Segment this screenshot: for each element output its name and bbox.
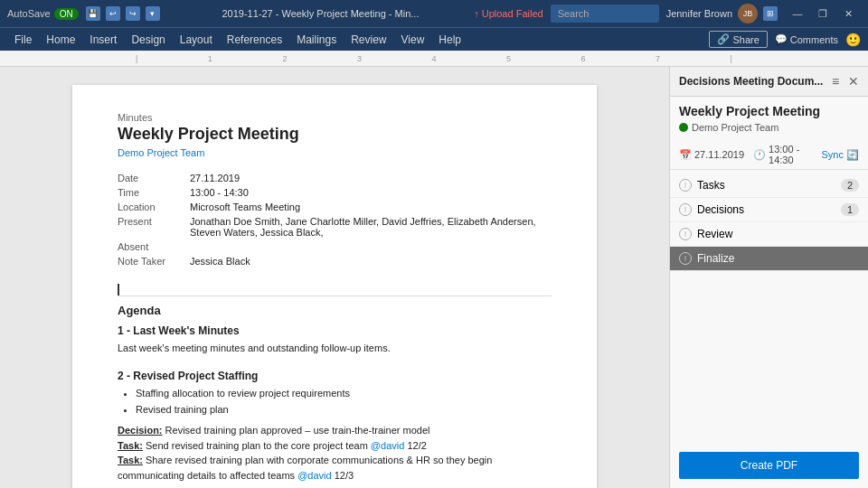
menu-insert[interactable]: Insert bbox=[82, 32, 124, 48]
apps-icon[interactable]: ⊞ bbox=[763, 6, 778, 21]
user-area: Jennifer Brown JB ⊞ bbox=[666, 4, 778, 23]
task2-date: 12/3 bbox=[335, 470, 354, 481]
task1-date: 12/2 bbox=[407, 440, 426, 451]
panel-menu-icon[interactable]: ≡ bbox=[832, 74, 839, 89]
menu-references[interactable]: References bbox=[220, 32, 289, 48]
menu-home[interactable]: Home bbox=[39, 32, 82, 48]
window-controls: — ❐ ✕ bbox=[785, 0, 861, 27]
task1-mention: @david bbox=[371, 440, 404, 451]
panel-meta: 📅 27.11.2019 🕐 13:00 - 14:30 Sync 🔄 bbox=[670, 140, 868, 170]
search-input[interactable] bbox=[551, 5, 659, 23]
review-label: Review bbox=[697, 228, 732, 240]
calendar-icon: 📅 bbox=[679, 149, 692, 161]
decisions-item-left: ! Decisions bbox=[679, 203, 744, 216]
task2-label: Task: bbox=[118, 455, 143, 465]
undo-icon[interactable]: ↩ bbox=[106, 6, 120, 21]
autosave-area: AutoSave ON bbox=[7, 8, 79, 20]
review-item-left: ! Review bbox=[679, 228, 732, 240]
share-button[interactable]: 🔗Share bbox=[709, 31, 767, 48]
menu-file[interactable]: File bbox=[7, 32, 39, 48]
present-value: Jonathan Doe Smith, Jane Charlotte Mille… bbox=[190, 214, 552, 239]
sync-icon: 🔄 bbox=[846, 149, 859, 161]
main-area: Minutes Weekly Project Meeting Demo Proj… bbox=[0, 67, 868, 488]
sync-button[interactable]: Sync 🔄 bbox=[822, 149, 859, 161]
bullet-2: Revised training plan bbox=[136, 402, 552, 418]
panel-item-finalize[interactable]: ! Finalize bbox=[670, 247, 868, 271]
document-title: 2019-11-27 - Weekly Project Meeting - Mi… bbox=[167, 8, 474, 19]
section-2-bullets: Staffing allocation to review project re… bbox=[136, 386, 552, 418]
panel-time-item: 🕐 13:00 - 14:30 bbox=[753, 144, 812, 165]
menu-icon[interactable]: ▾ bbox=[146, 6, 160, 21]
panel-item-review[interactable]: ! Review bbox=[670, 222, 868, 247]
present-label: Present bbox=[118, 214, 190, 239]
minimize-button[interactable]: — bbox=[785, 0, 810, 27]
save-icon[interactable]: 💾 bbox=[86, 6, 100, 21]
comments-button[interactable]: 💬Comments bbox=[775, 33, 838, 45]
panel-team: Demo Project Team bbox=[670, 120, 868, 140]
tasks-item-left: ! Tasks bbox=[679, 179, 725, 192]
panel-item-decisions[interactable]: ! Decisions 1 bbox=[670, 198, 868, 222]
doc-meeting-title: Weekly Project Meeting bbox=[118, 125, 552, 144]
panel-title: Decisions Meeting Docum... bbox=[679, 75, 823, 88]
agenda-heading: Agenda bbox=[118, 296, 552, 317]
panel-item-tasks[interactable]: ! Tasks 2 bbox=[670, 174, 868, 198]
sync-label: Sync bbox=[822, 149, 844, 160]
panel-items-list: ! Tasks 2 ! Decisions 1 ! Review bbox=[670, 170, 868, 443]
panel-team-name: Demo Project Team bbox=[692, 122, 778, 133]
document-area[interactable]: Minutes Weekly Project Meeting Demo Proj… bbox=[0, 67, 669, 488]
task1-label: Task: bbox=[118, 440, 143, 451]
task-2-line: Task: Share revised training plan with c… bbox=[118, 453, 552, 483]
panel-meeting-title: Weekly Project Meeting bbox=[670, 97, 868, 120]
tasks-label: Tasks bbox=[697, 179, 725, 192]
date-value: 27.11.2019 bbox=[190, 171, 552, 185]
menu-layout[interactable]: Layout bbox=[173, 32, 220, 48]
finalize-icon: ! bbox=[679, 252, 692, 265]
panel-close-icon[interactable]: ✕ bbox=[848, 74, 859, 89]
emoji-button[interactable]: 🙂 bbox=[845, 33, 861, 47]
decision-label: Decision: bbox=[118, 425, 163, 436]
date-label: Date bbox=[118, 171, 190, 185]
autosave-label: AutoSave bbox=[7, 8, 51, 19]
decision-text: Revised training plan approved – use tra… bbox=[165, 425, 430, 436]
menu-mailings[interactable]: Mailings bbox=[289, 32, 344, 48]
menu-design[interactable]: Design bbox=[124, 32, 172, 48]
upload-failed-status: ↑ Upload Failed bbox=[474, 8, 542, 19]
redo-icon[interactable]: ↪ bbox=[126, 6, 140, 21]
tasks-icon: ! bbox=[679, 179, 692, 192]
menu-review[interactable]: Review bbox=[344, 32, 393, 48]
location-value: Microsoft Teams Meeting bbox=[190, 200, 552, 214]
menu-help[interactable]: Help bbox=[431, 32, 468, 48]
close-button[interactable]: ✕ bbox=[835, 0, 861, 27]
finalize-label: Finalize bbox=[697, 252, 734, 265]
section-1: 1 - Last Week's Minutes Last week's meet… bbox=[118, 324, 552, 356]
decision-line: Decision: Revised training plan approved… bbox=[118, 423, 552, 438]
time-label: Time bbox=[118, 185, 190, 200]
note-taker-value: Jessica Black bbox=[190, 254, 552, 268]
task2-mention: @david bbox=[297, 470, 331, 481]
title-bar: AutoSave ON 💾 ↩ ↪ ▾ 2019-11-27 - Weekly … bbox=[0, 0, 868, 27]
task-1-line: Task: Send revised training plan to the … bbox=[118, 438, 552, 454]
menu-right: 🔗Share 💬Comments 🙂 bbox=[709, 31, 861, 48]
finalize-item-left: ! Finalize bbox=[679, 252, 734, 265]
location-label: Location bbox=[118, 200, 190, 214]
section-2-title: 2 - Revised Project Staffing bbox=[118, 370, 552, 382]
doc-team: Demo Project Team bbox=[118, 147, 552, 158]
absent-value bbox=[190, 239, 552, 254]
time-value: 13:00 - 14:30 bbox=[190, 185, 552, 200]
doc-minutes-label: Minutes bbox=[118, 112, 552, 123]
autosave-toggle[interactable]: ON bbox=[54, 8, 79, 20]
menu-bar: File Home Insert Design Layout Reference… bbox=[0, 27, 868, 51]
panel-date: 27.11.2019 bbox=[694, 149, 744, 160]
menu-view[interactable]: View bbox=[394, 32, 432, 48]
restore-button[interactable]: ❐ bbox=[810, 0, 835, 27]
tasks-badge: 2 bbox=[841, 179, 859, 192]
task1-text: Send revised training plan to the core p… bbox=[146, 440, 371, 451]
section-1-title: 1 - Last Week's Minutes bbox=[118, 324, 552, 337]
title-bar-icons: 💾 ↩ ↪ ▾ bbox=[86, 6, 160, 21]
ruler-bar: |1234567| bbox=[136, 52, 732, 66]
clock-icon: 🕐 bbox=[753, 149, 766, 161]
bullet-1: Staffing allocation to review project re… bbox=[136, 386, 552, 402]
user-avatar: JB bbox=[738, 4, 758, 23]
create-pdf-button[interactable]: Create PDF bbox=[679, 452, 859, 479]
absent-label: Absent bbox=[118, 239, 190, 254]
